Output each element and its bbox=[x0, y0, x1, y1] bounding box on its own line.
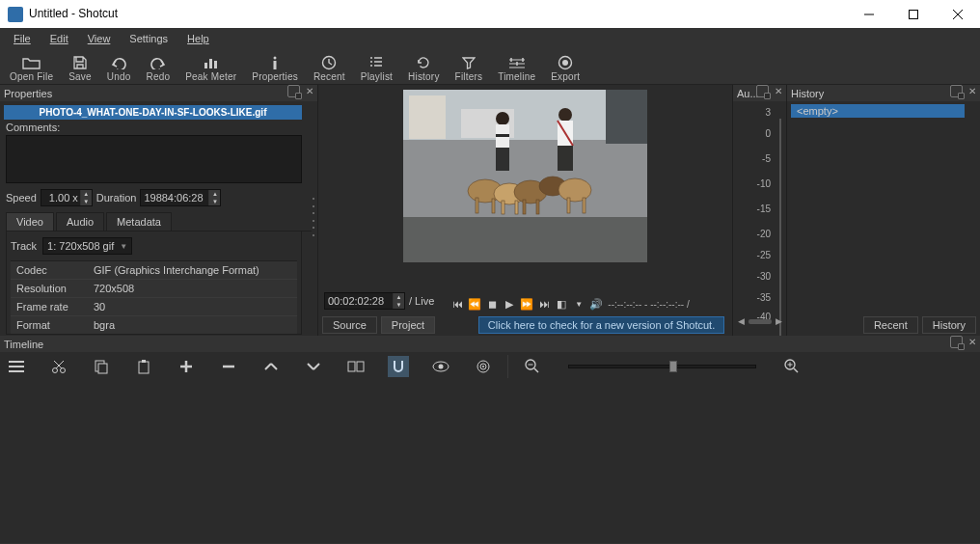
detach-icon[interactable] bbox=[756, 85, 769, 97]
tl-zoom-in-button[interactable] bbox=[781, 356, 803, 377]
tl-append-button[interactable] bbox=[176, 356, 197, 377]
history-panel: History ✕ <empty> Recent History bbox=[787, 85, 980, 336]
tl-zoom-out-button[interactable] bbox=[522, 356, 543, 377]
peak-meter-icon bbox=[201, 54, 222, 71]
close-panel-icon[interactable]: ✕ bbox=[966, 336, 978, 348]
tl-ripple-button[interactable] bbox=[473, 356, 494, 377]
tab-video[interactable]: Video bbox=[6, 212, 54, 231]
source-filename[interactable]: PHOTO-4_WHAT-ONE-DAY-IN-SF-LOOKS-LIKE.gi… bbox=[4, 105, 302, 120]
properties-button[interactable]: Properties bbox=[244, 49, 306, 84]
menu-edit[interactable]: Edit bbox=[41, 31, 78, 46]
redo-button[interactable]: Redo bbox=[138, 49, 177, 84]
skip-next-button[interactable]: ⏭ bbox=[536, 296, 552, 312]
menu-file[interactable]: File bbox=[4, 31, 41, 46]
speed-label: Speed bbox=[6, 192, 37, 204]
track-dropdown[interactable]: 1: 720x508 gif▼ bbox=[42, 237, 132, 255]
close-panel-icon[interactable]: ✕ bbox=[966, 85, 978, 97]
open-file-button[interactable]: Open File bbox=[2, 49, 61, 84]
filters-button[interactable]: Filters bbox=[448, 49, 491, 84]
history-tab[interactable]: History bbox=[922, 316, 976, 334]
slider-handle[interactable] bbox=[669, 361, 677, 372]
live-label: / Live bbox=[409, 295, 434, 307]
history-item-empty[interactable]: <empty> bbox=[791, 104, 965, 118]
scroll-right-icon[interactable]: ▶ bbox=[776, 316, 782, 326]
duration-label: Duration bbox=[96, 192, 137, 204]
tl-menu-button[interactable] bbox=[6, 356, 27, 377]
stop-button[interactable]: ◼ bbox=[484, 296, 500, 312]
svg-point-48 bbox=[439, 365, 444, 369]
tl-copy-button[interactable] bbox=[91, 356, 112, 377]
detach-icon[interactable] bbox=[950, 336, 963, 348]
tl-paste-button[interactable] bbox=[133, 356, 154, 377]
undo-button[interactable]: Undo bbox=[99, 49, 139, 84]
comments-label: Comments: bbox=[6, 122, 317, 133]
scroll-left-icon[interactable]: ◀ bbox=[738, 316, 745, 326]
svg-rect-5 bbox=[209, 59, 212, 68]
svg-rect-16 bbox=[409, 95, 446, 139]
tl-lift-button[interactable] bbox=[260, 356, 282, 377]
timecode-value[interactable] bbox=[325, 295, 393, 307]
meter-scrollbar[interactable] bbox=[749, 319, 772, 324]
history-icon bbox=[413, 54, 434, 71]
tl-snap-button[interactable] bbox=[388, 356, 409, 377]
svg-rect-31 bbox=[476, 198, 478, 213]
timeline-button[interactable]: Timeline bbox=[490, 49, 543, 84]
play-button[interactable]: ▶ bbox=[502, 296, 517, 312]
speed-value[interactable] bbox=[41, 192, 80, 204]
history-title: History bbox=[791, 88, 824, 99]
duration-spinner[interactable]: ▲▼ bbox=[140, 189, 221, 206]
svg-point-51 bbox=[482, 366, 484, 367]
project-tab[interactable]: Project bbox=[381, 316, 435, 334]
tl-zoom-slider[interactable] bbox=[568, 365, 756, 368]
rewind-button[interactable]: ⏪ bbox=[467, 296, 482, 312]
tl-remove-button[interactable] bbox=[218, 356, 239, 377]
menu-help[interactable]: Help bbox=[177, 31, 219, 46]
info-icon bbox=[264, 54, 286, 71]
export-button[interactable]: Export bbox=[543, 49, 587, 84]
window-title: Untitled - Shotcut bbox=[29, 0, 847, 28]
tl-cut-button[interactable] bbox=[48, 356, 69, 377]
detach-icon[interactable] bbox=[950, 85, 963, 97]
menu-view[interactable]: View bbox=[78, 31, 121, 46]
svg-point-39 bbox=[53, 368, 58, 373]
svg-point-30 bbox=[558, 178, 591, 202]
source-tab[interactable]: Source bbox=[322, 316, 377, 334]
fast-forward-button[interactable]: ⏩ bbox=[519, 296, 534, 312]
timecode-spinner[interactable]: ▲▼ bbox=[324, 292, 405, 310]
minimize-button[interactable] bbox=[847, 0, 891, 28]
recent-tab[interactable]: Recent bbox=[863, 316, 918, 334]
speed-spinner[interactable]: ▲▼ bbox=[41, 189, 93, 206]
svg-point-19 bbox=[496, 112, 509, 125]
duration-value[interactable] bbox=[141, 192, 208, 204]
detach-icon[interactable] bbox=[287, 85, 300, 97]
in-out-display: --:--:--:-- - --:--:--:-- / bbox=[608, 299, 689, 310]
save-button[interactable]: Save bbox=[61, 49, 99, 84]
tl-split-button[interactable] bbox=[345, 356, 367, 377]
tl-overwrite-button[interactable] bbox=[303, 356, 324, 377]
close-panel-icon[interactable]: ✕ bbox=[303, 85, 315, 97]
update-banner[interactable]: Click here to check for a new version of… bbox=[478, 316, 724, 334]
comments-input[interactable] bbox=[6, 135, 302, 183]
skip-previous-button[interactable]: ⏮ bbox=[449, 296, 465, 312]
tab-audio[interactable]: Audio bbox=[56, 212, 104, 231]
svg-rect-36 bbox=[536, 200, 539, 214]
volume-button[interactable]: 🔊 bbox=[588, 296, 604, 312]
close-panel-icon[interactable]: ✕ bbox=[772, 85, 784, 97]
tab-metadata[interactable]: Metadata bbox=[106, 212, 172, 231]
svg-rect-25 bbox=[558, 146, 573, 171]
maximize-button[interactable] bbox=[891, 0, 936, 28]
svg-rect-34 bbox=[515, 201, 518, 214]
svg-rect-46 bbox=[357, 362, 364, 371]
zoom-fit-button[interactable]: ◧ bbox=[554, 296, 569, 312]
history-button[interactable]: History bbox=[400, 49, 448, 84]
chevron-down-icon[interactable]: ▼ bbox=[571, 296, 586, 312]
menu-settings[interactable]: Settings bbox=[120, 31, 177, 46]
playlist-button[interactable]: Playlist bbox=[353, 49, 400, 84]
preview-viewport[interactable] bbox=[403, 90, 647, 262]
svg-rect-44 bbox=[142, 360, 146, 363]
svg-rect-4 bbox=[204, 63, 207, 68]
peak-meter-button[interactable]: Peak Meter bbox=[177, 49, 244, 84]
close-button[interactable] bbox=[936, 0, 980, 28]
tl-scrub-button[interactable] bbox=[430, 356, 451, 377]
recent-button[interactable]: Recent bbox=[306, 49, 353, 84]
